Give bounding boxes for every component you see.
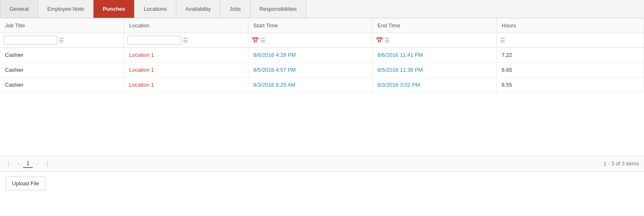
filter-location-cell: ☰: [124, 33, 248, 47]
filter-location-input[interactable]: [127, 36, 181, 45]
tab-punches[interactable]: Punches: [94, 0, 135, 18]
prev-page-button[interactable]: ‹: [15, 160, 21, 167]
punches-grid: Job Title Location Start Time End Time H…: [0, 18, 644, 156]
tab-general[interactable]: General: [0, 0, 38, 18]
table-row: Cashier Location 1 8/6/2016 4:28 PM 8/6/…: [0, 48, 644, 63]
cell-job-title-2: Cashier: [0, 63, 124, 77]
col-header-location: Location: [124, 18, 248, 33]
next-page-button[interactable]: ›: [34, 160, 40, 167]
table-row: Cashier Location 1 8/5/2016 4:57 PM 8/5/…: [0, 63, 644, 78]
cell-start-time-1: 8/6/2016 4:28 PM: [248, 48, 372, 62]
grid-scroll-area[interactable]: Cashier Location 1 8/6/2016 4:28 PM 8/6/…: [0, 48, 644, 155]
grid-header-row: Job Title Location Start Time End Time H…: [0, 18, 644, 33]
col-header-start-time: Start Time: [248, 18, 372, 33]
calendar-start-icon[interactable]: 📅: [252, 37, 259, 44]
filter-job-title-cell: ☰: [0, 33, 124, 47]
cell-start-time-3: 8/3/2016 8:29 AM: [248, 78, 372, 92]
cell-hours-1: 7.22: [497, 48, 644, 62]
cell-job-title-1: Cashier: [0, 48, 124, 62]
tab-employee-note[interactable]: Employee Note: [38, 0, 94, 18]
page-count-label: 1 - 3 of 3 items: [603, 160, 639, 167]
col-header-end-time: End Time: [372, 18, 497, 33]
tab-locations[interactable]: Locations: [135, 0, 176, 18]
pagination-bar: ⎮‹ ‹ 1 › ›⎮ 1 - 3 of 3 items: [0, 156, 644, 172]
cell-location-2: Location 1: [124, 63, 248, 77]
filter-start-time-icon[interactable]: ☰: [260, 37, 266, 44]
cell-end-time-1: 8/6/2016 11:41 PM: [372, 48, 497, 62]
location-link-2[interactable]: Location 1: [129, 67, 154, 73]
footer-area: Upload File: [0, 172, 644, 195]
location-link-3[interactable]: Location 1: [129, 82, 154, 88]
col-header-job-title: Job Title: [0, 18, 124, 33]
cell-hours-2: 6.65: [497, 63, 644, 77]
end-time-value-2: 8/5/2016 11:36 PM: [377, 67, 423, 73]
cell-location-3: Location 1: [124, 78, 248, 92]
filter-row: ☰ ☰ 📅 ☰ 📅 ☰ ☰: [0, 33, 644, 48]
start-time-value-2: 8/5/2016 4:57 PM: [253, 67, 296, 73]
filter-job-title-input[interactable]: [3, 36, 57, 45]
upload-file-button[interactable]: Upload File: [6, 177, 46, 190]
start-time-value-1: 8/6/2016 4:28 PM: [253, 52, 296, 58]
tab-bar: General Employee Note Punches Locations …: [0, 0, 644, 18]
cell-end-time-3: 8/3/2016 3:02 PM: [372, 78, 497, 92]
last-page-button[interactable]: ›⎮: [42, 160, 50, 167]
tab-availability[interactable]: Availability: [176, 0, 220, 18]
first-page-button[interactable]: ⎮‹: [5, 160, 14, 167]
start-time-value-3: 8/3/2016 8:29 AM: [253, 82, 296, 88]
end-time-value-1: 8/6/2016 11:41 PM: [377, 52, 423, 58]
cell-start-time-2: 8/5/2016 4:57 PM: [248, 63, 372, 77]
tab-responsibilities[interactable]: Responsibilities: [250, 0, 306, 18]
filter-end-time-icon[interactable]: ☰: [384, 37, 390, 44]
filter-hours-icon[interactable]: ☰: [500, 37, 505, 44]
cell-end-time-2: 8/5/2016 11:36 PM: [372, 63, 497, 77]
filter-start-time-cell: 📅 ☰: [248, 33, 372, 47]
col-header-hours: Hours: [497, 18, 644, 33]
cell-location-1: Location 1: [124, 48, 248, 62]
location-link-1[interactable]: Location 1: [129, 52, 154, 58]
current-page-number[interactable]: 1: [23, 159, 33, 168]
end-time-value-3: 8/3/2016 3:02 PM: [377, 82, 420, 88]
cell-hours-3: 6.55: [497, 78, 644, 92]
filter-end-time-cell: 📅 ☰: [372, 33, 497, 47]
tab-jobs[interactable]: Jobs: [220, 0, 250, 18]
filter-job-title-icon[interactable]: ☰: [59, 37, 64, 44]
table-row: Cashier Location 1 8/3/2016 8:29 AM 8/3/…: [0, 78, 644, 92]
filter-location-icon[interactable]: ☰: [183, 37, 188, 44]
filter-hours-cell: ☰: [497, 33, 644, 47]
calendar-end-icon[interactable]: 📅: [376, 37, 383, 44]
cell-job-title-3: Cashier: [0, 78, 124, 92]
